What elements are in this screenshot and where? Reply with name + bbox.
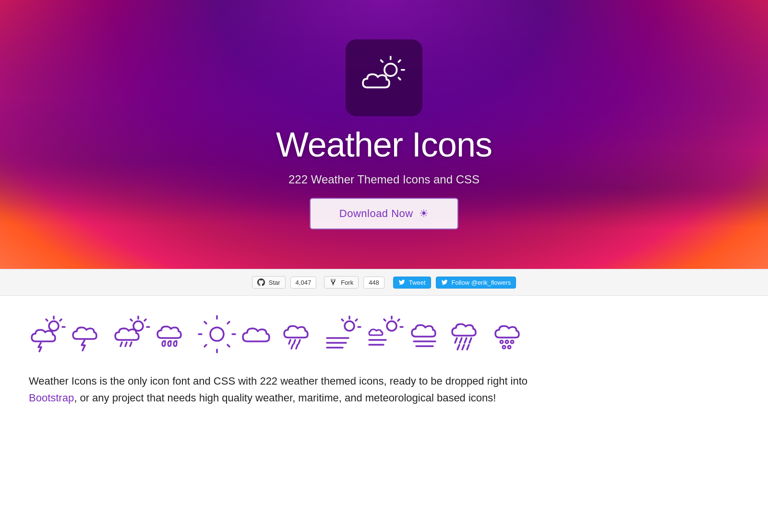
svg-line-29 [294,340,295,344]
icons-row [0,296,768,363]
hero-title: Weather Icons [276,125,492,164]
icon-rain-sun [113,315,152,353]
description-section: Weather Icons is the only icon font and … [0,363,576,425]
icon-thunderstorm-sun [29,315,67,353]
weather-logo-icon [358,54,410,102]
svg-line-36 [342,319,343,321]
svg-point-59 [511,340,514,343]
svg-line-16 [120,342,122,346]
svg-line-30 [299,340,300,344]
description-after-link: , or any project that needs high quality… [74,392,496,404]
svg-point-45 [387,321,396,331]
svg-line-52 [465,338,467,343]
github-fork-button[interactable]: Fork [324,276,359,289]
icon-wind-sun [324,315,363,353]
svg-line-56 [467,345,469,350]
follow-button[interactable]: Follow @erik_flowers [436,277,516,289]
hero-logo-box [346,39,422,116]
tweet-label: Tweet [409,279,426,286]
svg-line-4 [381,60,383,62]
description-text: Weather Icons is the only icon font and … [29,373,547,406]
svg-line-54 [457,345,459,350]
sun-icon: ☀ [419,207,429,220]
svg-line-34 [356,319,357,321]
svg-line-7 [60,319,61,321]
star-count: 4,047 [290,277,317,289]
svg-point-5 [384,64,397,76]
icon-haze [409,315,447,353]
svg-point-19 [210,327,224,341]
svg-point-60 [503,346,505,349]
svg-line-32 [296,345,298,349]
follow-label: Follow @erik_flowers [452,279,511,286]
svg-point-58 [505,340,508,343]
svg-line-25 [228,345,229,347]
icon-heavy-rain [451,315,490,353]
svg-line-50 [455,338,457,343]
twitter-icon [398,279,405,286]
svg-line-17 [125,342,127,346]
icon-fog-sun [367,315,405,353]
svg-point-10 [49,321,59,331]
svg-line-42 [398,319,399,321]
tweet-button[interactable]: Tweet [393,277,431,289]
icon-cloud [240,315,278,353]
hero-section: Weather Icons 222 Weather Themed Icons a… [0,0,768,269]
svg-line-12 [144,319,146,321]
svg-line-9 [46,319,48,321]
svg-line-14 [131,319,132,321]
svg-line-55 [462,345,464,350]
icon-rain-cloud [282,315,321,353]
svg-point-61 [508,346,511,349]
github-bar: Star 4,047 Fork 448 Tweet Follow @erik_f… [0,269,768,296]
github-star-button[interactable]: Star [252,276,286,289]
download-now-button[interactable]: Download Now ☀ [310,198,458,230]
twitter-follow-icon [441,279,448,286]
fork-icon [329,278,337,286]
github-icon [257,278,265,286]
svg-line-18 [130,342,132,346]
download-label: Download Now [339,207,413,220]
svg-line-24 [204,322,206,324]
svg-line-26 [228,322,229,324]
svg-line-44 [384,319,385,321]
fork-count: 448 [363,277,384,289]
icon-snow [493,315,532,353]
description-before-link: Weather Icons is the only icon font and … [29,375,528,387]
svg-line-51 [460,338,462,343]
svg-line-1 [398,60,400,62]
svg-line-31 [291,345,293,349]
icon-thunderstorm [71,315,109,353]
icon-sun [198,315,236,353]
svg-line-27 [204,345,206,347]
svg-line-28 [289,340,290,344]
svg-point-57 [500,340,503,343]
svg-line-3 [398,78,400,80]
fork-label: Fork [341,279,353,286]
star-label: Star [269,279,280,286]
hero-subtitle: 222 Weather Themed Icons and CSS [288,173,480,186]
icon-rain-drops [156,315,194,353]
svg-line-53 [469,338,471,343]
bootstrap-link[interactable]: Bootstrap [29,392,74,404]
svg-point-37 [345,321,354,331]
